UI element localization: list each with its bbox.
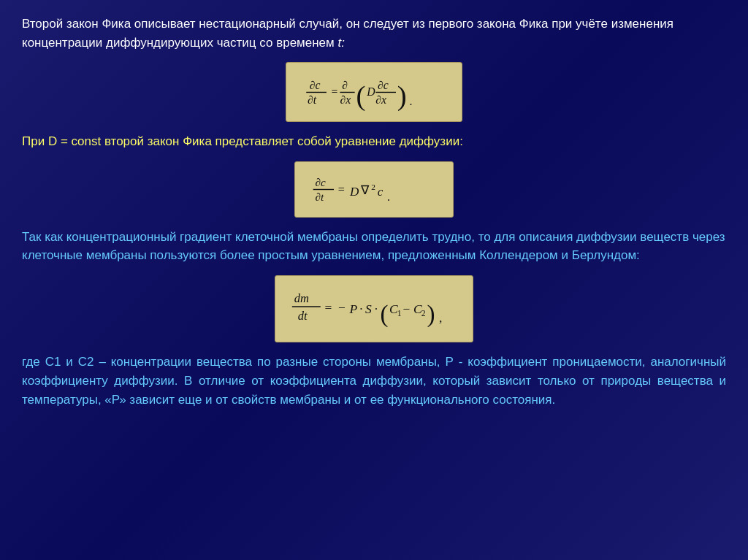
formula-1-svg: ∂c ∂t = ∂ ∂x ( D ∂c ∂x ) .	[299, 70, 448, 114]
formula-3-block: dm dt = − P · S · ( C 1	[22, 275, 726, 342]
svg-text:.: .	[410, 95, 413, 107]
formula-2-image: ∂c ∂t = D ∇ 2 c .	[294, 161, 454, 218]
svg-text:∂c: ∂c	[315, 175, 325, 188]
formula-1-image: ∂c ∂t = ∂ ∂x ( D ∂c ∂x ) .	[286, 62, 462, 122]
svg-text:−: −	[403, 301, 411, 315]
svg-text:1: 1	[397, 308, 402, 318]
svg-text:∂t: ∂t	[315, 190, 324, 202]
svg-text:2: 2	[371, 183, 375, 191]
const-text: При D = const второй закон Фика представ…	[22, 132, 726, 151]
svg-text:−: −	[338, 299, 346, 314]
svg-text:=: =	[325, 299, 332, 314]
svg-text:.: .	[387, 190, 390, 202]
intro-text: Второй закон Фика описывает нестационарн…	[22, 15, 726, 52]
intro-italic: t:	[338, 36, 345, 50]
svg-text:=: =	[338, 183, 345, 196]
svg-text:∂: ∂	[343, 79, 348, 91]
svg-text:(: (	[356, 80, 366, 112]
svg-text:D: D	[349, 185, 359, 199]
formula-2-block: ∂c ∂t = D ∇ 2 c .	[22, 161, 726, 218]
c1c2-text: где С1 и С2 – концентрации вещества по р…	[22, 353, 726, 410]
formula-1-block: ∂c ∂t = ∂ ∂x ( D ∂c ∂x ) .	[22, 62, 726, 122]
svg-text:D: D	[367, 85, 376, 98]
svg-text:): )	[397, 80, 407, 112]
gradient-text: Так как концентрационный градиент клеточ…	[22, 228, 726, 265]
svg-text:·: ·	[360, 301, 363, 315]
svg-text:∂c: ∂c	[378, 79, 389, 91]
svg-text:dt: dt	[298, 308, 308, 322]
svg-text:): )	[427, 301, 435, 328]
svg-text:(: (	[381, 301, 389, 328]
intro-main: Второй закон Фика описывает нестационарн…	[22, 17, 673, 50]
svg-text:∂x: ∂x	[340, 93, 351, 106]
formula-3-svg: dm dt = − P · S · ( C 1	[289, 283, 459, 334]
formula-2-svg: ∂c ∂t = D ∇ 2 c .	[308, 169, 440, 210]
formula-3-image: dm dt = − P · S · ( C 1	[275, 275, 473, 342]
gradient-label: Так как концентрационный градиент клеточ…	[22, 230, 725, 263]
svg-text:∇: ∇	[360, 183, 370, 197]
svg-text:P: P	[349, 301, 358, 315]
svg-text:∂t: ∂t	[308, 93, 318, 106]
main-container: Второй закон Фика описывает нестационарн…	[0, 0, 748, 560]
svg-text:·: ·	[375, 301, 378, 315]
svg-text:∂c: ∂c	[310, 79, 321, 91]
svg-text:∂x: ∂x	[376, 93, 387, 106]
c1c2-label: где С1 и С2 – концентрации вещества по р…	[22, 355, 726, 407]
svg-text:=: =	[332, 85, 338, 98]
svg-text:c: c	[378, 185, 383, 199]
svg-text:S: S	[365, 301, 372, 315]
svg-text:dm: dm	[294, 291, 309, 305]
svg-text:2: 2	[421, 308, 426, 318]
svg-text:,: ,	[439, 310, 442, 325]
const-label: При D = const второй закон Фика представ…	[22, 134, 463, 148]
